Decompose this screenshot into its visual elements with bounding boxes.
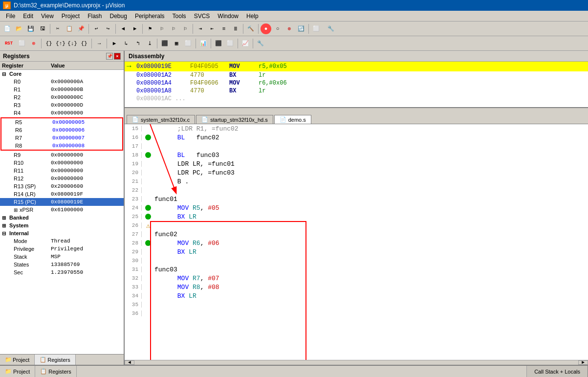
tb-new[interactable]: 📄 xyxy=(2,23,13,34)
tb-c1[interactable]: ≡ xyxy=(218,23,229,34)
source-view[interactable]: 15 ;LDR R1, =func02 16 BL func02 17 xyxy=(125,124,588,360)
tb2-nxt[interactable]: ⤓ xyxy=(144,38,155,49)
reg-row-r13[interactable]: R13 (SP)0x20000600 xyxy=(0,182,124,190)
menu-debug[interactable]: Debug xyxy=(106,12,131,21)
reg-row-stack[interactable]: StackMSP xyxy=(0,253,124,261)
menu-peripherals[interactable]: Peripherals xyxy=(131,12,169,21)
bottom-tab-registers[interactable]: 📋 Registers xyxy=(35,366,76,377)
scrollbar-track[interactable] xyxy=(134,360,578,365)
tab-system-stm32[interactable]: 📄 system_stm32f10x.c xyxy=(127,115,195,124)
reg-row-r14[interactable]: R14 (LR)0x0800019F xyxy=(0,190,124,198)
menu-flash[interactable]: Flash xyxy=(84,12,106,21)
reg-row-r12[interactable]: R120x00000000 xyxy=(0,175,124,182)
tab-registers[interactable]: 📋 Registers xyxy=(35,355,75,365)
tb-settings[interactable]: 🔧 xyxy=(326,23,336,34)
tb-b4[interactable]: ⚐ xyxy=(180,23,191,34)
reg-row-r6[interactable]: R60x00000006 xyxy=(1,126,122,134)
tb2-run[interactable]: ▶ xyxy=(109,38,120,49)
menu-tools[interactable]: Tools xyxy=(169,12,190,21)
reg-row-r15[interactable]: R15 (PC)0x0800019E xyxy=(0,198,124,206)
scroll-right-btn[interactable]: ► xyxy=(578,360,588,365)
reg-row-r4[interactable]: R40x00000000 xyxy=(0,109,124,117)
menu-window[interactable]: Window xyxy=(214,12,242,21)
tb-c2[interactable]: ≣ xyxy=(230,23,241,34)
tb2-c2[interactable]: {↑} xyxy=(55,38,66,49)
tb2-settings[interactable]: 🔧 xyxy=(255,38,266,49)
disasm-scrollbar[interactable] xyxy=(125,108,588,112)
reg-row-r2[interactable]: R20x0000000C xyxy=(0,93,124,101)
tb-open[interactable]: 📂 xyxy=(14,23,24,34)
tb2-out[interactable]: ↰ xyxy=(132,38,143,49)
tb-b1[interactable]: ⚑ xyxy=(145,23,155,34)
tab-project[interactable]: 📁 Project xyxy=(0,355,35,365)
tb2-c3[interactable]: {↓} xyxy=(67,38,78,49)
tb-outdent[interactable]: ⇤ xyxy=(207,23,218,34)
tb2-step[interactable]: → xyxy=(94,38,105,49)
reg-section-internal[interactable]: ⊟ Internal xyxy=(0,229,124,237)
reg-row-sec[interactable]: Sec1.23970550 xyxy=(0,268,124,276)
tb-dbg-stop[interactable]: ○ xyxy=(272,23,283,34)
tb-build[interactable]: 🔨 xyxy=(245,23,256,34)
tb2-dbg7[interactable]: 📈 xyxy=(240,38,251,49)
tab-demo[interactable]: 📄 demo.s xyxy=(274,115,311,124)
reg-section-banked[interactable]: ⊞ Banked xyxy=(0,214,124,222)
reg-row-privilege[interactable]: PrivilegePrivileged xyxy=(0,245,124,253)
tb2-rst[interactable]: RST xyxy=(2,38,16,49)
reg-row-r1[interactable]: R10x0000000B xyxy=(0,86,124,93)
tb-b3[interactable]: ⚐ xyxy=(168,23,179,34)
menu-svcs[interactable]: SVCS xyxy=(190,12,214,21)
menu-project[interactable]: Project xyxy=(58,12,84,21)
tb2-step2[interactable]: ↳ xyxy=(121,38,131,49)
reg-section-core[interactable]: ⊟ Core xyxy=(0,70,124,78)
tb2-c1[interactable]: {} xyxy=(44,38,54,49)
tb-redo[interactable]: ↪ xyxy=(103,23,113,34)
scroll-left-btn[interactable]: ◄ xyxy=(125,360,134,365)
reg-row-mode[interactable]: ModeThread xyxy=(0,237,124,245)
reg-row-xpsr[interactable]: ⊞xPSR 0x61000000 xyxy=(0,206,124,214)
registers-pin-btn[interactable]: 📌 xyxy=(106,53,113,60)
tb-dbg-kill[interactable]: ⊗ xyxy=(284,23,295,34)
source-scrollbar[interactable]: ◄ ► xyxy=(125,360,588,365)
reg-row-states[interactable]: States133885769 xyxy=(0,261,124,268)
tb-fwd[interactable]: ► xyxy=(130,23,140,34)
tb-cut[interactable]: ✂ xyxy=(52,23,63,34)
tb2-dbg1[interactable]: ⬛ xyxy=(159,38,170,49)
tb2-stop[interactable]: ⊗ xyxy=(28,38,39,49)
reg-row-r8[interactable]: R80x00000008 xyxy=(1,142,122,150)
tb-indent[interactable]: ⇥ xyxy=(195,23,206,34)
menu-view[interactable]: View xyxy=(37,12,58,21)
reg-row-r7[interactable]: R70x00000007 xyxy=(1,134,122,142)
tb2-dbg3[interactable]: ⬜ xyxy=(183,38,194,49)
reg-row-r3[interactable]: R30x0000000D xyxy=(0,101,124,109)
reg-row-r11[interactable]: R110x00000000 xyxy=(0,167,124,175)
reg-row-r0[interactable]: R00x0000000A xyxy=(0,78,124,86)
bottom-tab-project[interactable]: 📁 Project xyxy=(0,366,35,377)
tb2-c4[interactable]: {} xyxy=(79,38,89,49)
tb-undo[interactable]: ↩ xyxy=(91,23,102,34)
tb2-dbg6[interactable]: ⬜ xyxy=(225,38,236,49)
tb-back[interactable]: ◄ xyxy=(118,23,129,34)
bottom-tab-callstack[interactable]: Call Stack + Locals xyxy=(526,366,588,377)
tb-saveall[interactable]: 🖫 xyxy=(37,23,48,34)
registers-close-btn[interactable]: × xyxy=(114,53,121,60)
menu-help[interactable]: Help xyxy=(242,12,262,21)
disassembly-view[interactable]: → 0x0800019E F04F0505 MOV r5,#0x05 0x080… xyxy=(125,62,588,108)
reg-section-system[interactable]: ⊞ System xyxy=(0,222,124,229)
tb-paste[interactable]: 📌 xyxy=(76,23,87,34)
reg-row-r5[interactable]: R50x00000005 xyxy=(1,118,122,126)
tb2-dbg2[interactable]: ▦ xyxy=(171,38,182,49)
tb2-b[interactable]: ⬜ xyxy=(17,38,27,49)
reg-row-r9[interactable]: R90x00000000 xyxy=(0,151,124,159)
tb2-dbg4[interactable]: 📊 xyxy=(198,38,209,49)
menu-file[interactable]: File xyxy=(2,12,19,21)
tb-dbg-restart[interactable]: 🔃 xyxy=(296,23,306,34)
tb-dbg-run[interactable]: ● xyxy=(261,23,271,34)
tb-dbg-view[interactable]: ⬜ xyxy=(311,23,322,34)
menu-edit[interactable]: Edit xyxy=(19,12,37,21)
reg-row-r10[interactable]: R100x00000000 xyxy=(0,159,124,167)
tb-copy[interactable]: 📋 xyxy=(64,23,75,34)
tb2-dbg5[interactable]: ⬛ xyxy=(213,38,224,49)
tab-startup[interactable]: 📄 startup_stm32f10x_hd.s xyxy=(196,115,273,124)
tb-b2[interactable]: ⚐ xyxy=(156,23,167,34)
tb-save[interactable]: 💾 xyxy=(25,23,36,34)
